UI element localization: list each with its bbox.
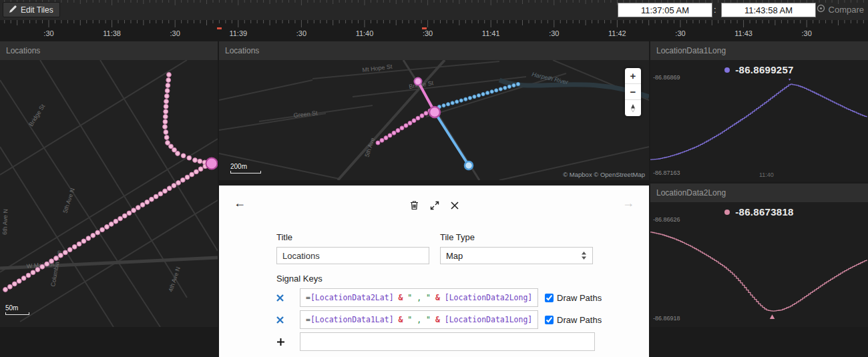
map-zoom-control: + − xyxy=(625,68,641,116)
compare-button[interactable]: Compare xyxy=(817,4,864,15)
add-signal-key-row xyxy=(276,332,649,351)
ruler-label: :30 xyxy=(675,29,685,37)
legend-dot xyxy=(724,210,730,215)
map-scale: 200m xyxy=(230,163,261,173)
ruler-label: 11:43 xyxy=(734,29,752,37)
street-label: Green St xyxy=(293,109,318,119)
expand-tile-button[interactable] xyxy=(430,200,439,210)
ruler-label: :30 xyxy=(296,29,306,37)
tile-chart-locationdata1long: LocationData1Long -86.8699257 -86.86869 … xyxy=(650,41,868,182)
title-input[interactable] xyxy=(276,247,429,264)
signal-keys-label: Signal Keys xyxy=(276,274,649,284)
draw-paths-label: Draw Paths xyxy=(557,315,602,325)
time-range-end-input[interactable] xyxy=(721,3,816,17)
chart-legend: -86.8673818 xyxy=(650,206,868,218)
chart-body: -86.8699257 -86.86869 -86.87163 11:40 xyxy=(650,60,868,182)
topbar: Edit Tiles : Compare xyxy=(0,0,868,20)
remove-signal-key-button[interactable] xyxy=(276,316,300,324)
app-root: Edit Tiles : Compare :3011:38:3011:39:30… xyxy=(0,0,868,357)
chart-plot[interactable] xyxy=(650,79,868,172)
close-icon xyxy=(451,202,459,210)
tile-title: Locations xyxy=(0,41,218,60)
tile-locations-left: Locations Bridge St 5th Ave N 4th Ave N xyxy=(0,41,218,327)
edit-tiles-button[interactable]: Edit Tiles xyxy=(3,2,60,17)
chart-body: -86.8673818 -86.86626 -86.86918 xyxy=(650,202,868,327)
map-scale: 50m xyxy=(5,304,29,315)
delete-tile-button[interactable] xyxy=(410,200,419,210)
compass-button[interactable] xyxy=(625,100,641,116)
remove-signal-key-button[interactable] xyxy=(276,294,300,302)
edit-tiles-label: Edit Tiles xyxy=(21,5,53,15)
expression-token: & xyxy=(431,315,445,324)
editor-toolbar: ← → xyxy=(219,186,649,224)
signal-key-expression-input[interactable]: =[LocationData1Lat] & " , " & [LocationD… xyxy=(300,310,538,329)
compass-icon xyxy=(628,103,638,113)
expand-icon xyxy=(430,201,439,210)
tile-title: LocationData2Long xyxy=(650,184,868,202)
expression-token: & xyxy=(431,293,445,302)
street-label: 6th Ave N xyxy=(1,209,9,235)
map-canvas[interactable]: Bridge St 5th Ave N 4th Ave N W Main St … xyxy=(0,60,218,327)
time-separator: : xyxy=(714,5,716,15)
ruler-label: :30 xyxy=(423,29,433,37)
select-stepper-icon xyxy=(581,251,587,260)
expression-token: [LocationData1Lat] xyxy=(310,315,394,324)
tile-type-field-label: Tile Type xyxy=(440,232,593,242)
ruler-label: :30 xyxy=(802,29,812,37)
map-body: Bridge St 5th Ave N 4th Ave N W Main St … xyxy=(0,60,218,327)
draw-paths-option: Draw Paths xyxy=(545,293,602,303)
zoom-out-button[interactable]: − xyxy=(625,84,641,100)
compare-label: Compare xyxy=(829,5,864,15)
plus-icon xyxy=(276,338,285,346)
street-label: 5th Ave N xyxy=(61,188,76,214)
legend-value: -86.8673818 xyxy=(735,206,794,218)
compare-icon xyxy=(817,4,825,15)
signal-key-row: =[LocationData2Lat] & " , " & [LocationD… xyxy=(276,288,649,307)
map-body: Mt Hope St Bridge St Harpeth River Green… xyxy=(219,60,649,180)
ruler-label: 11:40 xyxy=(356,29,374,37)
pencil-icon xyxy=(9,5,17,15)
chart-legend: -86.8699257 xyxy=(650,64,868,75)
tile-chart-locationdata2long: LocationData2Long -86.8673818 -86.86626 … xyxy=(650,184,868,327)
map-canvas[interactable]: Mt Hope St Bridge St Harpeth River Green… xyxy=(219,60,649,180)
expression-token: = xyxy=(306,315,310,324)
legend-dot xyxy=(724,67,730,73)
zoom-in-button[interactable]: + xyxy=(625,68,641,84)
editor-form: Title Tile Type Map Signal Keys xyxy=(219,224,649,351)
ruler-label: 11:41 xyxy=(482,29,500,37)
signal-key-expression-input[interactable]: =[LocationData2Lat] & " , " & [LocationD… xyxy=(300,288,538,307)
expression-token: = xyxy=(306,293,310,302)
draw-paths-label: Draw Paths xyxy=(557,293,602,303)
tile-type-value: Map xyxy=(446,251,463,261)
chart-plot[interactable] xyxy=(650,222,868,319)
tile-locations-center: Locations Mt Hope St xyxy=(219,41,649,180)
chart-time-label: 11:40 xyxy=(759,171,774,178)
remove-icon xyxy=(276,294,284,302)
new-signal-key-input[interactable] xyxy=(300,332,595,351)
ruler-label: :30 xyxy=(549,29,559,37)
ruler-label: :30 xyxy=(43,29,53,37)
expression-token: & xyxy=(394,293,408,302)
draw-paths-checkbox[interactable] xyxy=(545,294,554,302)
close-editor-button[interactable] xyxy=(451,200,459,210)
expression-token: " , " xyxy=(407,293,431,302)
tile-title: LocationData1Long xyxy=(650,41,868,60)
time-range-start-input[interactable] xyxy=(618,3,712,17)
signal-key-row: =[LocationData1Lat] & " , " & [LocationD… xyxy=(276,310,649,329)
timeline-ruler[interactable]: :3011:38:3011:39:3011:40:3011:41:3011:42… xyxy=(0,20,868,41)
expression-token: [LocationData2Lat] xyxy=(310,293,394,302)
next-tile-button[interactable]: → xyxy=(622,196,634,210)
remove-icon xyxy=(276,316,284,324)
ruler-label: 11:38 xyxy=(103,29,121,37)
expression-token: [LocationData2Long] xyxy=(445,293,533,302)
legend-value: -86.8699257 xyxy=(735,64,794,75)
add-signal-key-button[interactable] xyxy=(276,338,300,346)
map-attribution[interactable]: © Mapbox © OpenStreetMap xyxy=(563,171,645,178)
draw-paths-option: Draw Paths xyxy=(545,315,602,325)
draw-paths-checkbox[interactable] xyxy=(545,316,554,324)
tile-type-select[interactable]: Map xyxy=(440,247,593,264)
ruler-label: 11:42 xyxy=(608,29,626,37)
tile-title: Locations xyxy=(219,41,649,60)
expression-token: & xyxy=(394,315,408,324)
expression-token: " , " xyxy=(407,315,431,324)
